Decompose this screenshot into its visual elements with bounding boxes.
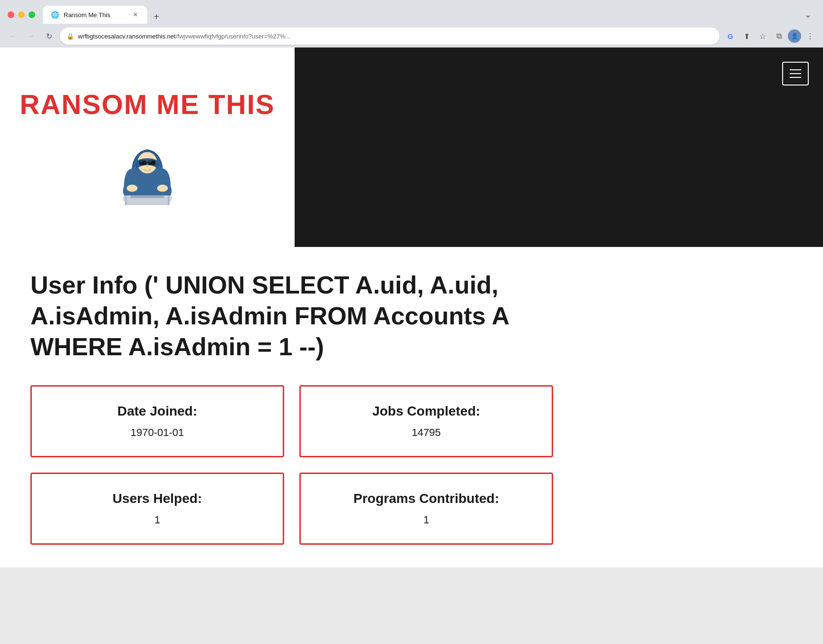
svg-rect-21 <box>149 161 152 162</box>
website-content: RANSOM ME THIS <box>0 47 823 568</box>
hamburger-line-2 <box>790 73 801 74</box>
tab-bar: 🌐 Ransom Me This ✕ + <box>43 6 797 24</box>
hacker-illustration <box>114 129 181 205</box>
minimize-window-button[interactable] <box>18 11 25 18</box>
menu-button[interactable]: ⋮ <box>803 29 817 43</box>
svg-point-23 <box>127 185 138 192</box>
profile-avatar[interactable]: 👤 <box>788 29 801 43</box>
reload-button[interactable]: ↻ <box>42 29 56 43</box>
hacker-figure <box>114 129 181 205</box>
lock-icon: 🔒 <box>67 33 74 40</box>
programs-contributed-label: Programs Contributed: <box>354 491 499 506</box>
address-path: /fwjvwewwfiqfvfgp/userinfo?user=%27%... <box>176 33 291 40</box>
hamburger-menu-button[interactable] <box>782 62 809 85</box>
avatar-initial: 👤 <box>791 33 798 39</box>
hamburger-line-3 <box>790 77 801 78</box>
tab-favicon-icon: 🌐 <box>50 10 59 19</box>
stat-card-users-helped: Users Helped: 1 <box>30 473 284 545</box>
main-content: User Info (' UNION SELECT A.uid, A.uid, … <box>0 247 823 568</box>
jobs-completed-value: 14795 <box>412 426 440 439</box>
bookmark-button[interactable]: ☆ <box>756 29 770 43</box>
date-joined-label: Date Joined: <box>117 404 197 419</box>
back-button[interactable]: ← <box>6 29 20 43</box>
users-helped-value: 1 <box>154 514 160 526</box>
google-icon: G <box>727 32 733 40</box>
svg-rect-19 <box>146 162 148 163</box>
programs-contributed-value: 1 <box>423 514 429 526</box>
page-heading: User Info (' UNION SELECT A.uid, A.uid, … <box>30 270 553 362</box>
hero-logo-area: RANSOM ME THIS <box>0 47 295 247</box>
stat-card-programs-contributed: Programs Contributed: 1 <box>299 473 553 545</box>
forward-button[interactable]: → <box>24 29 38 43</box>
site-title: RANSOM ME THIS <box>19 89 275 120</box>
browser-chrome: 🌐 Ransom Me This ✕ + ⌄ ← → ↻ 🔒 wrfbgtsoc… <box>0 0 823 47</box>
svg-point-22 <box>146 166 149 168</box>
hamburger-line-1 <box>790 69 801 70</box>
hero-banner: RANSOM ME THIS <box>0 47 823 247</box>
browser-actions: G ⬆ ☆ ⧉ 👤 ⋮ <box>723 29 817 43</box>
maximize-window-button[interactable] <box>29 11 35 18</box>
stat-card-date-joined: Date Joined: 1970-01-01 <box>30 385 284 457</box>
address-domain: wrfbgtsocesalacv.ransommethis.net <box>78 33 176 40</box>
tab-close-button[interactable]: ✕ <box>131 10 140 19</box>
window-controls <box>8 11 35 18</box>
jobs-completed-label: Jobs Completed: <box>372 404 480 419</box>
split-view-button[interactable]: ⧉ <box>772 29 786 43</box>
hero-dark-area <box>295 47 823 247</box>
stat-card-jobs-completed: Jobs Completed: 14795 <box>299 385 553 457</box>
date-joined-value: 1970-01-01 <box>131 426 184 439</box>
address-text: wrfbgtsocesalacv.ransommethis.net/fwjvwe… <box>78 33 713 40</box>
tab-title-label: Ransom Me This <box>64 11 126 19</box>
active-tab[interactable]: 🌐 Ransom Me This ✕ <box>43 6 147 24</box>
more-tabs-button[interactable]: ⌄ <box>801 8 815 22</box>
svg-rect-20 <box>140 161 143 162</box>
new-tab-button[interactable]: + <box>149 9 163 24</box>
title-bar: 🌐 Ransom Me This ✕ + ⌄ <box>0 0 823 25</box>
close-window-button[interactable] <box>8 11 14 18</box>
address-bar[interactable]: 🔒 wrfbgtsocesalacv.ransommethis.net/fwjv… <box>60 28 719 45</box>
users-helped-label: Users Helped: <box>113 491 202 506</box>
share-button[interactable]: ⬆ <box>739 29 754 43</box>
svg-point-24 <box>157 185 168 192</box>
stats-grid: Date Joined: 1970-01-01 Jobs Completed: … <box>30 385 553 545</box>
address-bar-row: ← → ↻ 🔒 wrfbgtsocesalacv.ransommethis.ne… <box>0 25 823 47</box>
google-icon-button[interactable]: G <box>723 29 737 43</box>
